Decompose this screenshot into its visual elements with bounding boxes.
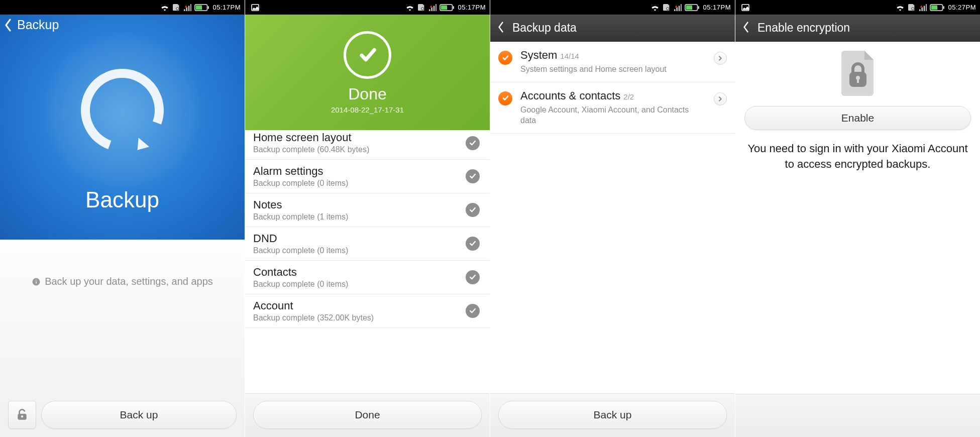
- battery-icon: [194, 4, 209, 11]
- svg-rect-13: [698, 6, 700, 9]
- item-name: Contacts: [253, 266, 459, 279]
- nav-title: Backup: [17, 18, 59, 32]
- wifi-icon: [160, 4, 169, 11]
- category-name: Accounts & contacts: [520, 89, 620, 102]
- item-sub: Backup complete (0 items): [253, 179, 459, 188]
- image-icon: [741, 4, 749, 11]
- check-complete-icon: [466, 203, 480, 217]
- nav-title: Enable encryption: [757, 21, 850, 35]
- nav-back[interactable]: [495, 22, 506, 35]
- signal-icon: [919, 4, 927, 11]
- footer: Done: [245, 393, 490, 437]
- svg-rect-10: [441, 5, 447, 10]
- svg-rect-3: [196, 5, 202, 10]
- backup-item-row: Account Backup complete (352.00K bytes): [245, 294, 490, 328]
- info-icon: [32, 277, 41, 286]
- nav-back[interactable]: Backup: [4, 18, 59, 32]
- footer: [735, 394, 980, 437]
- item-sub: Backup complete (1 items): [253, 212, 459, 222]
- check-selected-icon: [498, 91, 512, 105]
- item-sub: Backup complete (352.00K bytes): [253, 313, 459, 322]
- check-complete-icon: [466, 169, 480, 183]
- wifi-icon: [896, 4, 905, 11]
- nav-bar: Backup data: [490, 15, 735, 42]
- sim-icon: [908, 4, 916, 11]
- signal-icon: [674, 4, 682, 11]
- check-complete-icon: [466, 304, 480, 318]
- category-name: System: [520, 49, 557, 61]
- check-complete-icon: [466, 270, 480, 284]
- backup-item-row: Notes Backup complete (1 items): [245, 193, 490, 227]
- sim-icon: [417, 4, 425, 11]
- item-name: Notes: [253, 198, 459, 211]
- wifi-icon: [405, 4, 414, 11]
- svg-point-5: [21, 415, 23, 417]
- item-sub: Backup complete (60.48K bytes): [253, 145, 459, 154]
- backup-category-row[interactable]: Accounts & contacts2/2 Google Account, X…: [490, 82, 735, 134]
- item-sub: Backup complete (0 items): [253, 280, 459, 289]
- screen-enable-encryption: 05:27PM Enable encryption Enable You nee…: [735, 0, 980, 437]
- encrypted-file-icon: [835, 48, 881, 98]
- backup-button[interactable]: Back up: [498, 401, 727, 429]
- category-sub: Google Account, Xiaomi Account, and Cont…: [520, 104, 706, 126]
- status-time: 05:27PM: [948, 4, 976, 11]
- backup-item-row: Home screen layout Backup complete (60.4…: [245, 130, 490, 160]
- svg-rect-19: [931, 5, 937, 10]
- backup-hero-icon: [57, 45, 188, 175]
- image-icon: [251, 4, 259, 11]
- nav-back[interactable]: [740, 22, 751, 35]
- battery-icon: [685, 4, 700, 11]
- status-time: 05:17PM: [458, 4, 486, 11]
- status-time: 05:17PM: [703, 4, 731, 11]
- signal-icon: [183, 4, 191, 11]
- unlock-icon: [16, 408, 29, 421]
- item-name: DND: [253, 232, 459, 245]
- status-bar: 05:27PM: [735, 0, 980, 15]
- encryption-body: Enable You need to sign in with your Xia…: [735, 42, 980, 394]
- svg-rect-18: [943, 6, 945, 9]
- sim-icon: [172, 4, 180, 11]
- screen-backup-done: 05:17PM Done 2014-08-22_17-17-31 Home sc…: [245, 0, 490, 437]
- status-bar: 05:17PM: [0, 0, 245, 15]
- encryption-lock-button[interactable]: [8, 401, 36, 429]
- backup-item-list[interactable]: Home screen layout Backup complete (60.4…: [245, 130, 490, 393]
- check-complete-icon: [466, 136, 480, 150]
- chevron-right-icon[interactable]: [714, 92, 727, 105]
- check-complete-icon: [466, 237, 480, 251]
- backup-hero: Backup Backup: [0, 15, 245, 240]
- nav-bar: Enable encryption: [735, 15, 980, 42]
- backup-item-row: Contacts Backup complete (0 items): [245, 261, 490, 294]
- status-bar: 05:17PM: [245, 0, 490, 15]
- done-button[interactable]: Done: [253, 401, 482, 429]
- backup-category-row[interactable]: System14/14 System settings and Home scr…: [490, 42, 735, 82]
- chevron-right-icon[interactable]: [714, 52, 727, 65]
- backup-lower: Back up your data, settings, and apps Ba…: [0, 240, 245, 437]
- footer: Back up: [490, 393, 735, 437]
- done-label: Done: [348, 85, 387, 103]
- svg-rect-14: [686, 5, 692, 10]
- battery-icon: [440, 4, 455, 11]
- enable-button[interactable]: Enable: [744, 106, 971, 130]
- category-sub: System settings and Home screen layout: [520, 64, 706, 75]
- backup-button[interactable]: Back up: [41, 401, 237, 429]
- backup-item-row: Alarm settings Backup complete (0 items): [245, 160, 490, 193]
- check-selected-icon: [498, 51, 512, 65]
- screen-backup-data: 05:17PM Backup data System14/14 System s…: [490, 0, 735, 437]
- done-check-icon: [344, 31, 391, 79]
- item-sub: Backup complete (0 items): [253, 246, 459, 255]
- chevron-left-icon: [4, 19, 12, 32]
- backup-category-list: System14/14 System settings and Home scr…: [490, 42, 735, 393]
- svg-rect-9: [453, 6, 455, 9]
- category-count: 14/14: [560, 52, 579, 60]
- item-name: Home screen layout: [253, 131, 459, 144]
- category-count: 2/2: [623, 92, 634, 101]
- nav-title: Backup data: [512, 21, 577, 35]
- battery-icon: [930, 4, 945, 11]
- chevron-left-icon: [740, 22, 751, 33]
- wifi-icon: [650, 4, 660, 11]
- item-name: Alarm settings: [253, 165, 459, 178]
- backup-hint: Back up your data, settings, and apps: [0, 276, 245, 287]
- item-name: Account: [253, 299, 459, 312]
- svg-rect-22: [857, 79, 859, 83]
- done-timestamp: 2014-08-22_17-17-31: [331, 105, 404, 114]
